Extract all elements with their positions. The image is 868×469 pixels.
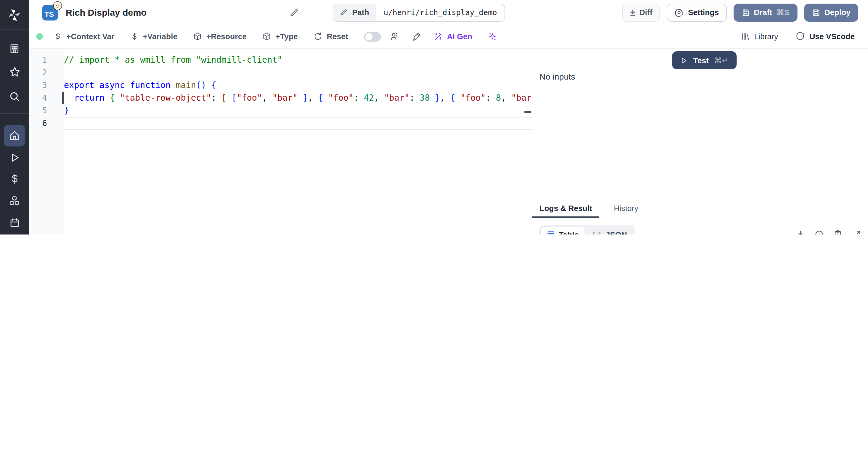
path-edit-button[interactable]: Path [333, 4, 376, 21]
add-resource-button[interactable]: +Resource [193, 32, 247, 41]
deploy-button[interactable]: Deploy [804, 3, 858, 22]
inputs-section: Test ⌘↵ No inputs [532, 49, 868, 201]
magic-wand-icon [433, 32, 443, 41]
save-icon [812, 8, 820, 17]
line-number: 2 [29, 66, 47, 79]
toggle-knob [365, 33, 372, 40]
path-group: Path u/henri/rich_display_demo [333, 3, 505, 22]
status-green-dot [36, 33, 43, 40]
draft-button[interactable]: Draft ⌘S [733, 3, 797, 22]
results-section: Table { } JSON [532, 218, 868, 234]
type-label: +Type [276, 32, 298, 41]
dollar-icon [54, 32, 62, 41]
tab-logs-result[interactable]: Logs & Result [539, 204, 599, 218]
add-type-button[interactable]: +Type [262, 32, 298, 41]
code-line[interactable]: // import * as wmill from "windmill-clie… [64, 54, 532, 66]
windmill-script-editor: TS Rich Display demo Path u/henri/rich_d… [0, 0, 868, 234]
tab-history[interactable]: History [614, 204, 646, 218]
sidebar-divider [0, 29, 29, 30]
no-inputs-text: No inputs [539, 72, 575, 82]
reset-label: Reset [327, 32, 348, 41]
hub-emoji-icon [53, 1, 62, 10]
table-icon [547, 230, 555, 234]
windmill-logo-icon[interactable] [0, 5, 29, 25]
result-tabs: Logs & Result History [532, 201, 868, 218]
test-shortcut: ⌘↵ [714, 56, 729, 65]
gear-icon [675, 8, 684, 17]
sidebar-item-home[interactable] [0, 125, 29, 147]
context-var-label: +Context Var [66, 32, 115, 41]
editor-toolbar: +Context Var +Variable +Resource +Type R… [29, 25, 868, 49]
dollar-icon [130, 32, 138, 41]
diff-button[interactable]: ± Diff [622, 3, 660, 22]
draft-label: Draft [754, 8, 772, 17]
view-toggle-json[interactable]: { } JSON [586, 227, 633, 234]
format-code-icon[interactable] [411, 32, 421, 41]
line-number: 5 [29, 104, 47, 117]
code-line[interactable] [64, 66, 532, 79]
sidebar [0, 0, 29, 234]
use-vscode-label: Use VScode [809, 32, 855, 41]
code-line[interactable]: export async function main() { [64, 79, 532, 92]
line-number: 1 [29, 54, 47, 66]
sidebar-item-runs[interactable] [0, 147, 29, 168]
view-toggle-table[interactable]: Table [541, 227, 585, 234]
typescript-badge: TS [42, 4, 58, 20]
lang-label: TS [44, 10, 54, 19]
topbar: TS Rich Display demo Path u/henri/rich_d… [29, 0, 868, 25]
sidebar-item-search[interactable] [0, 86, 29, 107]
info-icon[interactable] [814, 230, 824, 234]
draft-shortcut: ⌘S [776, 8, 789, 17]
add-context-var-button[interactable]: +Context Var [54, 32, 115, 41]
use-vscode-button[interactable]: Use VScode [795, 31, 855, 41]
expand-icon[interactable] [852, 230, 861, 234]
view-toggle: Table { } JSON [539, 225, 635, 234]
edit-summary-pencil-icon[interactable] [289, 7, 299, 17]
editor-gutter: 1 2 3 4 5 6 [29, 49, 64, 234]
path-label-text: Path [352, 8, 369, 17]
code-line[interactable]: return { "table-row-object": [ ["foo", "… [64, 92, 532, 104]
save-icon [741, 8, 749, 17]
code-line[interactable]: } [64, 104, 532, 117]
variable-label: +Variable [143, 32, 178, 41]
sidebar-item-workspace[interactable] [0, 38, 29, 60]
line-number: 3 [29, 79, 47, 92]
ai-gen-label: AI Gen [447, 32, 472, 41]
line-number-active: 6 [29, 117, 47, 130]
settings-button[interactable]: Settings [667, 3, 727, 22]
sidebar-item-schedules[interactable] [0, 212, 29, 233]
code-area[interactable]: // import * as wmill from "windmill-clie… [64, 49, 532, 234]
package-icon [193, 32, 202, 41]
settings-label: Settings [688, 8, 719, 17]
page-title: Rich Display demo [66, 7, 147, 18]
ai-gen-button[interactable]: AI Gen [433, 32, 472, 41]
path-value[interactable]: u/henri/rich_display_demo [376, 4, 504, 21]
sparkles-icon[interactable] [488, 32, 498, 41]
code-editor[interactable]: 1 2 3 4 5 6 // import * as wmill from "w… [29, 49, 532, 234]
multiplayer-icon[interactable] [389, 31, 399, 41]
copy-to-clipboard-icon[interactable] [833, 230, 843, 234]
sidebar-item-resources[interactable] [0, 190, 29, 212]
run-panel: Test ⌘↵ No inputs Logs & Result History [532, 49, 868, 234]
code-line-current[interactable] [64, 117, 532, 130]
deploy-label: Deploy [824, 8, 850, 17]
refresh-icon [313, 32, 322, 41]
diff-label: Diff [639, 8, 652, 17]
sidebar-item-variables[interactable] [0, 168, 29, 190]
library-button[interactable]: Library [741, 32, 778, 41]
sidebar-item-favorites[interactable] [0, 61, 29, 83]
json-view-label: JSON [606, 230, 627, 234]
add-variable-button[interactable]: +Variable [130, 32, 178, 41]
package-icon [262, 32, 271, 41]
octocat-icon [795, 31, 805, 41]
play-icon [680, 56, 688, 64]
diff-mode-toggle[interactable] [364, 32, 381, 41]
library-icon [741, 32, 750, 41]
sidebar-divider [0, 113, 29, 114]
download-result-icon[interactable] [796, 230, 805, 234]
library-label: Library [754, 32, 778, 41]
scrollbar-decoration [524, 111, 531, 113]
reset-button[interactable]: Reset [313, 32, 348, 41]
plus-minus-icon: ± [630, 8, 635, 17]
test-button[interactable]: Test ⌘↵ [672, 51, 736, 69]
